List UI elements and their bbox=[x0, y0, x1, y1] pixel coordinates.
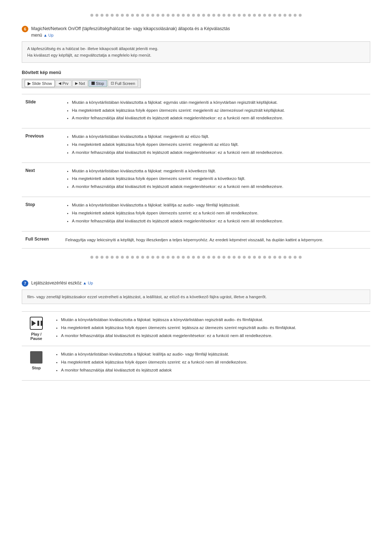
dot bbox=[167, 14, 170, 17]
dot bbox=[172, 14, 175, 17]
list-item: A monitor felhasználója által kiválaszto… bbox=[72, 115, 367, 122]
list-item: Miután a könyvtárlistában kiválasztotta … bbox=[72, 99, 367, 106]
dot bbox=[182, 14, 185, 17]
row-content-play_pause: Miután a könyvtárlistában kiválasztotta … bbox=[51, 312, 370, 346]
dot bbox=[177, 14, 180, 17]
dot bbox=[101, 14, 103, 17]
dot bbox=[121, 14, 124, 17]
dots-middle bbox=[22, 256, 370, 259]
list-item: A monitor felhasználója által kiválaszto… bbox=[72, 149, 367, 156]
dot bbox=[141, 256, 144, 259]
section6-header-text: MagicNet/Network On/Off (tápfeszültség/h… bbox=[31, 25, 230, 38]
dot bbox=[187, 256, 190, 259]
dot bbox=[192, 256, 195, 259]
table-row: StopMiután a könyvtárlistában kiválaszto… bbox=[22, 197, 370, 231]
list-item: Miután a könyvtárlistában kiválasztotta … bbox=[61, 317, 367, 323]
dot bbox=[106, 14, 109, 17]
toolbar-strip: ▶ Slide Show ◀ Prv ▶ Nxt Stop ⊡ Full Scr… bbox=[22, 79, 141, 88]
dot bbox=[289, 256, 291, 259]
row-content-stop: Miután a könyvtárlistában kiválasztotta … bbox=[51, 346, 370, 380]
dot bbox=[126, 256, 129, 259]
dot bbox=[258, 14, 261, 17]
dot bbox=[289, 14, 291, 17]
dot bbox=[222, 256, 225, 259]
dot bbox=[187, 14, 190, 17]
table-row: Full ScreenFelnagyítja vagy lekicsinyíti… bbox=[22, 231, 370, 248]
section6-up-link[interactable]: ▲ Up bbox=[43, 33, 53, 37]
toolbar-stop-btn[interactable]: Stop bbox=[89, 80, 107, 87]
dot bbox=[202, 14, 205, 17]
dot bbox=[192, 14, 195, 17]
list-item: Ha megtekintett adatok lejátszása folyik… bbox=[61, 325, 367, 331]
section6-header: 6 MagicNet/Network On/Off (tápfeszültség… bbox=[22, 25, 370, 38]
row-content-stop: Miután a könyvtárlistában kiválasztotta … bbox=[62, 197, 370, 231]
list-item: Miután a könyvtárlistában kiválasztotta … bbox=[61, 351, 367, 358]
dot bbox=[116, 256, 119, 259]
dot bbox=[106, 256, 109, 259]
dot bbox=[151, 256, 154, 259]
dot bbox=[162, 14, 164, 17]
stop-icon bbox=[91, 82, 95, 85]
pause-bars-icon bbox=[37, 321, 42, 326]
dot bbox=[141, 14, 144, 17]
dot bbox=[278, 256, 281, 259]
dot bbox=[116, 14, 119, 17]
dot bbox=[273, 256, 276, 259]
dot bbox=[278, 14, 281, 17]
icon-cell-stop: Stop bbox=[22, 346, 51, 380]
list-item: Ha megtekintett adatok lejátszása folyik… bbox=[61, 359, 367, 366]
dot bbox=[268, 14, 271, 17]
dot bbox=[126, 14, 129, 17]
row-content-next: Miután a könyvtárlistában kiválasztotta … bbox=[62, 163, 370, 197]
section6-table: SlideMiután a könyvtárlistában kiválaszt… bbox=[22, 94, 370, 249]
table-row: PreviousMiután a könyvtárlistában kivála… bbox=[22, 128, 370, 163]
dot bbox=[248, 14, 251, 17]
dot bbox=[263, 14, 266, 17]
row-content-previous: Miután a könyvtárlistában kiválasztotta … bbox=[62, 128, 370, 163]
dot bbox=[233, 256, 236, 259]
dot bbox=[146, 256, 149, 259]
dot bbox=[177, 256, 180, 259]
dot bbox=[95, 256, 98, 259]
dot bbox=[167, 256, 170, 259]
section7-up-link[interactable]: ▲ Up bbox=[83, 281, 93, 285]
dot bbox=[217, 256, 220, 259]
dot bbox=[263, 256, 266, 259]
dot bbox=[299, 256, 302, 259]
dot bbox=[95, 14, 98, 17]
dot bbox=[243, 14, 246, 17]
dot bbox=[222, 14, 225, 17]
stop-icon bbox=[30, 351, 42, 364]
table-row: StopMiután a könyvtárlistában kiválaszto… bbox=[22, 346, 370, 380]
section7-header: 7 Lejátszásvezérlési eszköz ▲ Up bbox=[22, 280, 370, 287]
section7-icon: 7 bbox=[22, 280, 28, 287]
section7-info-box: film- vagy zenefájl lejátszásakor ezzel … bbox=[22, 290, 370, 304]
submenu-title: Bövített kép menü bbox=[22, 70, 370, 75]
section6-icon: 6 bbox=[22, 26, 28, 32]
dot bbox=[172, 256, 175, 259]
dot bbox=[283, 14, 286, 17]
toolbar-prev-btn[interactable]: ◀ Prv bbox=[56, 80, 72, 87]
play-pause-icon bbox=[30, 317, 43, 330]
dot bbox=[238, 256, 241, 259]
list-item: A monitor felhasználója által kiválaszto… bbox=[61, 367, 367, 374]
dot bbox=[111, 14, 114, 17]
row-content-fullscreen: Felnagyítja vagy lekicsinyíti a képfájlt… bbox=[62, 231, 370, 248]
icon-label-play_pause: Play / Pause bbox=[25, 332, 47, 341]
prev-arrow-icon: ◀ bbox=[58, 81, 61, 85]
dot bbox=[156, 14, 159, 17]
dot bbox=[283, 256, 286, 259]
icon-cell-play_pause: Play / Pause bbox=[22, 312, 51, 346]
slideshow-icon: ▶ bbox=[28, 81, 31, 86]
row-label-previous: Previous bbox=[22, 128, 62, 163]
toolbar-next-btn[interactable]: ▶ Nxt bbox=[72, 80, 88, 87]
fullscreen-icon: ⊡ bbox=[111, 81, 114, 86]
dot bbox=[151, 14, 154, 17]
next-arrow-icon: ▶ bbox=[75, 81, 78, 85]
section6-info-box: A tápfeszültség és a hálózat be- illetve… bbox=[22, 41, 370, 63]
dot bbox=[131, 256, 134, 259]
dot bbox=[111, 256, 114, 259]
toolbar-fullscreen-btn[interactable]: ⊡ Full Screen bbox=[108, 80, 138, 87]
toolbar-slideshow-btn[interactable]: ▶ Slide Show bbox=[25, 80, 55, 87]
list-item: Ha megtekintett adatok lejátszása folyik… bbox=[72, 141, 367, 148]
